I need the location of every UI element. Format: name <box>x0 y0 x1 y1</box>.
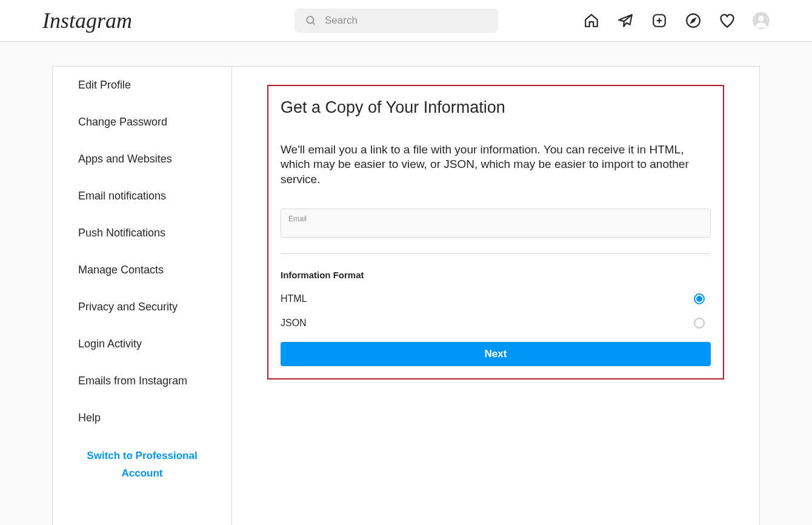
next-button[interactable]: Next <box>281 342 711 366</box>
explore-icon[interactable] <box>685 12 702 29</box>
sidebar-item-email-notifications[interactable]: Email notifications <box>53 178 231 215</box>
main-panel: Get a Copy of Your Information We'll ema… <box>231 66 760 525</box>
sidebar-item-push-notifications[interactable]: Push Notifications <box>53 215 231 252</box>
search-icon <box>305 15 316 26</box>
sidebar-item-login-activity[interactable]: Login Activity <box>53 326 231 363</box>
search-wrap <box>295 8 498 33</box>
email-label: Email <box>288 215 307 223</box>
sidebar-item-edit-profile[interactable]: Edit Profile <box>53 67 231 104</box>
email-field[interactable]: Email <box>281 209 711 238</box>
svg-marker-7 <box>691 19 696 23</box>
format-option-label: JSON <box>281 318 307 329</box>
search-box[interactable] <box>295 8 498 33</box>
avatar[interactable] <box>753 12 770 29</box>
search-input[interactable] <box>325 15 487 27</box>
svg-line-1 <box>313 22 315 25</box>
divider <box>281 253 711 254</box>
sidebar-item-change-password[interactable]: Change Password <box>53 104 231 141</box>
format-title: Information Format <box>281 270 711 280</box>
radio-html[interactable] <box>694 293 705 304</box>
sidebar-item-manage-contacts[interactable]: Manage Contacts <box>53 252 231 289</box>
svg-point-8 <box>758 16 764 21</box>
format-option-json[interactable]: JSON <box>281 318 711 329</box>
sidebar-item-privacy-security[interactable]: Privacy and Security <box>53 289 231 326</box>
settings-sidebar: Edit Profile Change Password Apps and We… <box>52 66 231 525</box>
format-option-html[interactable]: HTML <box>281 293 711 304</box>
new-post-icon[interactable] <box>651 12 668 29</box>
format-option-label: HTML <box>281 293 307 304</box>
messages-icon[interactable] <box>617 12 634 29</box>
svg-point-0 <box>307 16 313 23</box>
sidebar-item-apps-websites[interactable]: Apps and Websites <box>53 141 231 178</box>
download-info-section: Get a Copy of Your Information We'll ema… <box>267 85 724 380</box>
home-icon[interactable] <box>583 12 600 29</box>
nav-icons <box>583 12 770 29</box>
logo[interactable]: Instagram <box>42 8 212 33</box>
sidebar-item-emails-from-instagram[interactable]: Emails from Instagram <box>53 363 231 400</box>
radio-json[interactable] <box>694 318 705 329</box>
sidebar-item-help[interactable]: Help <box>53 400 231 436</box>
activity-icon[interactable] <box>719 12 736 29</box>
description-text: We'll email you a link to a file with yo… <box>281 142 711 187</box>
top-nav: Instagram <box>0 0 812 42</box>
email-input[interactable] <box>288 224 703 234</box>
page-title: Get a Copy of Your Information <box>281 98 711 117</box>
switch-professional-link[interactable]: Switch to Professional Account <box>53 436 231 493</box>
page: Edit Profile Change Password Apps and We… <box>0 42 812 525</box>
container: Edit Profile Change Password Apps and We… <box>52 66 760 525</box>
